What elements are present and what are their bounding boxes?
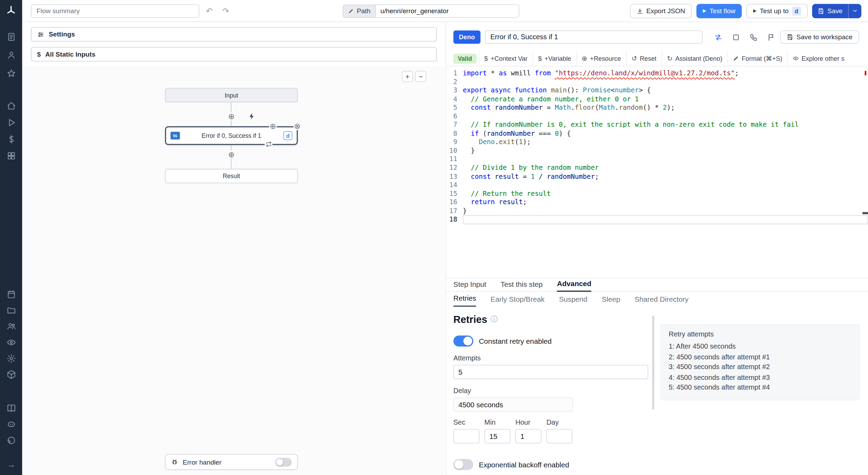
code-line[interactable]: import * as wmill from "https://deno.lan… bbox=[463, 69, 868, 78]
tab-shared-directory[interactable]: Shared Directory bbox=[635, 295, 689, 307]
test-up-to-button[interactable]: ▶ Test up to d bbox=[746, 3, 808, 18]
code-line[interactable]: if (randomNumber === 0) { bbox=[463, 130, 868, 138]
sec-label: Sec bbox=[453, 418, 479, 427]
phone-icon[interactable] bbox=[749, 33, 758, 41]
node-add-icon[interactable]: ⊕ bbox=[269, 122, 277, 130]
path-input[interactable] bbox=[375, 4, 519, 17]
folder-icon[interactable] bbox=[4, 303, 18, 317]
reset-button[interactable]: ↺Reset bbox=[626, 51, 661, 66]
input-node[interactable]: Input bbox=[165, 88, 298, 102]
code-line[interactable]: Deno.exit(1); bbox=[463, 138, 868, 147]
tab-test-this-step[interactable]: Test this step bbox=[501, 280, 543, 291]
code-line[interactable] bbox=[463, 78, 868, 86]
grid-icon[interactable] bbox=[4, 149, 18, 162]
test-flow-button[interactable]: ▶ Test flow bbox=[696, 3, 742, 18]
explore-scripts-button[interactable]: Explore other s bbox=[787, 51, 849, 66]
dollar-icon: $ bbox=[538, 55, 542, 62]
discord-icon[interactable] bbox=[4, 417, 18, 431]
undo-button[interactable]: ↶ bbox=[203, 4, 216, 17]
tab-suspend[interactable]: Suspend bbox=[559, 295, 587, 307]
bolt-icon[interactable] bbox=[248, 112, 256, 120]
code-line[interactable]: // Return the result bbox=[463, 190, 868, 198]
code-line[interactable]: // Divide 1 by the random number bbox=[463, 164, 868, 173]
info-icon[interactable]: ⓘ bbox=[491, 315, 498, 325]
eye-icon[interactable] bbox=[4, 335, 18, 349]
format-button[interactable]: Format (⌘+S) bbox=[727, 51, 787, 66]
tab-advanced[interactable]: Advanced bbox=[557, 280, 591, 292]
assistant-button[interactable]: ↻Assistant (Deno) bbox=[661, 51, 727, 66]
clipboard-icon[interactable] bbox=[4, 30, 18, 43]
redo-button[interactable]: ↷ bbox=[219, 4, 232, 17]
settings-button[interactable]: Settings bbox=[31, 27, 437, 41]
node-delete-icon[interactable]: ⊗ bbox=[293, 122, 301, 130]
zoom-out-button[interactable]: − bbox=[415, 71, 426, 82]
error-handler[interactable]: Error handler bbox=[165, 454, 298, 470]
zoom-in-button[interactable]: + bbox=[402, 71, 413, 82]
static-inputs-button[interactable]: $ All Static Inputs bbox=[31, 47, 437, 61]
step-node[interactable]: ts Error if 0, Success if 1 d ⊕ ⊗ bbox=[165, 126, 298, 145]
tab-retries[interactable]: Retries bbox=[453, 294, 476, 307]
insert-step-button[interactable]: ⊕ bbox=[227, 151, 235, 158]
hour-input[interactable] bbox=[515, 429, 541, 443]
collapse-sidebar-icon[interactable]: → bbox=[4, 457, 18, 470]
star-icon[interactable] bbox=[4, 66, 18, 80]
sec-input[interactable] bbox=[453, 429, 479, 443]
code-line[interactable]: export async function main(): Promise<nu… bbox=[463, 86, 868, 95]
panel-scrollbar[interactable] bbox=[652, 316, 654, 410]
flow-summary-input[interactable] bbox=[31, 4, 199, 17]
constant-retry-toggle[interactable] bbox=[453, 335, 473, 347]
code-line[interactable] bbox=[463, 181, 868, 190]
sync-icon[interactable] bbox=[714, 33, 722, 41]
code-line[interactable] bbox=[463, 155, 868, 164]
book-icon[interactable] bbox=[4, 401, 18, 415]
code-gutter: 123456789101112131415161718 bbox=[446, 69, 463, 278]
code-line[interactable]: // If randomNumber is 0, exit the script… bbox=[463, 121, 868, 130]
export-json-button[interactable]: Export JSON bbox=[630, 3, 692, 18]
windmill-logo[interactable] bbox=[6, 5, 17, 18]
add-resource-button[interactable]: ⊕+Resource bbox=[576, 51, 626, 66]
code-line[interactable]: return result; bbox=[463, 198, 868, 207]
panel-icon[interactable] bbox=[732, 33, 740, 41]
user-icon[interactable] bbox=[4, 48, 18, 61]
add-context-var-button[interactable]: $+Context Var bbox=[479, 51, 533, 66]
code-line[interactable]: // Generate a random number, either 0 or… bbox=[463, 95, 868, 104]
summary-line: 5: 4500 seconds after attempt #4 bbox=[669, 383, 851, 393]
flow-canvas[interactable]: + − ⊕ ⊕ Input ts Error if 0, Success if … bbox=[22, 66, 445, 475]
save-dropdown-button[interactable] bbox=[848, 3, 861, 18]
tab-early-stop-break[interactable]: Early Stop/Break bbox=[491, 295, 545, 307]
play-icon[interactable] bbox=[4, 116, 18, 129]
dollar-icon[interactable] bbox=[4, 132, 18, 145]
topbar: ↶ ↷ Path Export JSON ▶ Test flow ▶ Test … bbox=[22, 0, 868, 22]
save-button[interactable]: Save bbox=[812, 3, 848, 18]
attempts-input[interactable] bbox=[453, 365, 648, 379]
step-title-input[interactable] bbox=[485, 31, 702, 44]
tab-sleep[interactable]: Sleep bbox=[602, 295, 620, 307]
code-area[interactable]: import * as wmill from "https://deno.lan… bbox=[463, 69, 868, 278]
home-icon[interactable] bbox=[4, 99, 18, 112]
code-line[interactable]: } bbox=[463, 147, 868, 155]
users-icon[interactable] bbox=[4, 319, 18, 333]
exponential-backoff-toggle[interactable] bbox=[453, 459, 473, 470]
package-icon[interactable] bbox=[4, 368, 18, 381]
add-variable-button[interactable]: $+Variable bbox=[533, 51, 576, 66]
min-input[interactable] bbox=[484, 429, 510, 443]
tab-step-input[interactable]: Step Input bbox=[453, 280, 486, 291]
github-icon[interactable] bbox=[4, 433, 18, 447]
gear-icon[interactable] bbox=[4, 351, 18, 365]
code-line[interactable]: const result = 1 / randomNumber; bbox=[463, 173, 868, 181]
delay-input[interactable] bbox=[453, 398, 573, 412]
calendar-icon[interactable] bbox=[4, 287, 18, 300]
insert-step-button[interactable]: ⊕ bbox=[227, 112, 235, 120]
day-input[interactable] bbox=[546, 429, 573, 443]
sliders-icon bbox=[37, 31, 44, 38]
result-node[interactable]: Result bbox=[165, 169, 298, 183]
flag-icon[interactable] bbox=[767, 33, 775, 41]
code-editor[interactable]: 123456789101112131415161718 import * as … bbox=[446, 66, 868, 278]
code-line[interactable] bbox=[463, 216, 868, 224]
code-line[interactable]: const randomNumber = Math.floor(Math.ran… bbox=[463, 103, 868, 112]
save-to-workspace-button[interactable]: Save to workspace bbox=[780, 31, 859, 44]
code-line[interactable]: } bbox=[463, 207, 868, 216]
code-line[interactable] bbox=[463, 112, 868, 121]
bug-icon bbox=[171, 458, 178, 466]
error-handler-toggle[interactable] bbox=[275, 458, 292, 467]
